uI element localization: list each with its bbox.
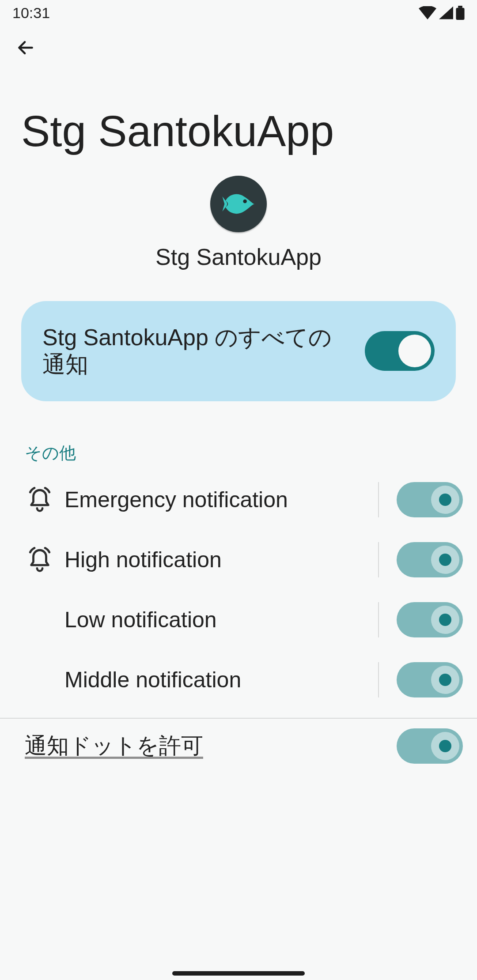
channel-icon — [18, 487, 62, 513]
notification-dot-row[interactable]: 通知ドットを許可 — [0, 719, 477, 776]
channel-toggle-middle[interactable] — [397, 662, 463, 697]
channel-list: Emergency notification High notification… — [0, 470, 477, 710]
svg-rect-0 — [458, 6, 462, 8]
channel-toggle-emergency[interactable] — [397, 482, 463, 517]
all-notifications-label: Stg SantokuApp のすべての通知 — [42, 324, 352, 378]
switch-thumb — [431, 666, 459, 694]
channel-row-emergency[interactable]: Emergency notification — [0, 470, 477, 530]
switch-thumb — [431, 732, 459, 760]
channel-toggle-high[interactable] — [397, 542, 463, 577]
switch-thumb — [398, 335, 431, 367]
bell-ring-icon — [27, 487, 53, 513]
status-icons — [419, 6, 465, 20]
channel-label: Low notification — [62, 607, 378, 633]
gesture-nav-bar[interactable] — [172, 971, 305, 976]
svg-rect-1 — [456, 8, 464, 20]
page-title: Stg SantokuApp — [21, 109, 456, 155]
all-notifications-card[interactable]: Stg SantokuApp のすべての通知 — [21, 301, 456, 401]
status-bar: 10:31 — [0, 0, 477, 26]
battery-icon — [456, 6, 465, 20]
channel-row-low[interactable]: Low notification — [0, 590, 477, 650]
all-notifications-toggle[interactable] — [365, 331, 435, 371]
separator — [378, 662, 379, 697]
back-button[interactable] — [14, 36, 37, 59]
title-area: Stg SantokuApp — [0, 70, 477, 159]
notification-dot-toggle[interactable] — [397, 728, 463, 764]
channel-row-middle[interactable]: Middle notification — [0, 650, 477, 710]
switch-thumb — [431, 486, 459, 514]
app-bar — [0, 26, 477, 70]
switch-thumb — [431, 606, 459, 634]
signal-icon — [439, 6, 453, 19]
channel-icon — [18, 547, 62, 573]
app-header: Stg SantokuApp — [0, 159, 477, 283]
bell-ring-icon — [27, 547, 53, 573]
app-name: Stg SantokuApp — [155, 244, 322, 270]
wifi-icon — [419, 6, 436, 19]
separator — [378, 602, 379, 637]
status-time: 10:31 — [12, 4, 50, 22]
notification-dot-label: 通知ドットを許可 — [25, 731, 203, 761]
channel-label: Middle notification — [62, 667, 378, 693]
section-header-other: その他 — [0, 401, 477, 470]
app-icon[interactable] — [210, 176, 267, 232]
svg-point-2 — [243, 200, 247, 204]
channel-label: Emergency notification — [62, 487, 378, 513]
channel-row-high[interactable]: High notification — [0, 530, 477, 590]
channel-toggle-low[interactable] — [397, 602, 463, 637]
separator — [378, 542, 379, 577]
arrow-left-icon — [16, 38, 35, 57]
switch-thumb — [431, 546, 459, 574]
fish-icon — [221, 187, 256, 221]
channel-label: High notification — [62, 547, 378, 573]
separator — [378, 482, 379, 517]
